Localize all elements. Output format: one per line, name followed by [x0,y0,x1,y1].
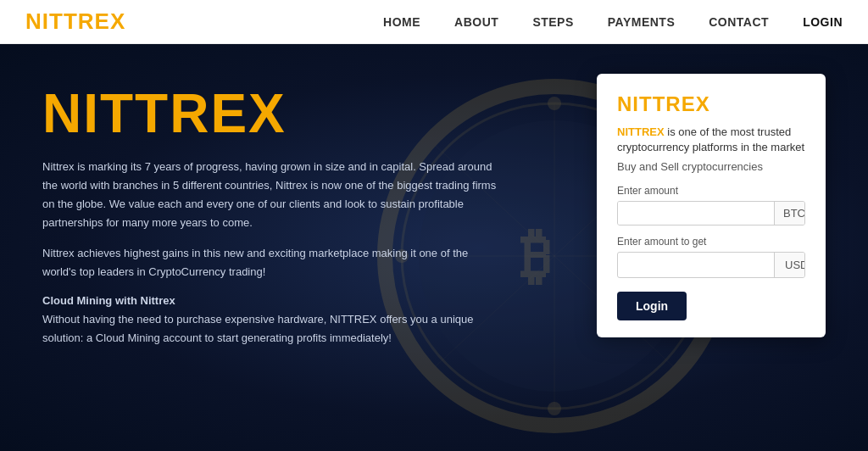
nav-links: HOME ABOUT STEPS PAYMENTS CONTACT LOGIN [383,15,843,29]
hero-paragraph-2: Nittrex achieves highest gains in this n… [42,244,500,281]
hero-paragraph-1: Nittrex is marking its 7 years of progre… [42,158,500,232]
nav-steps[interactable]: STEPS [532,15,573,29]
card-tagline: NITTREX is one of the most trusted crypt… [617,125,805,155]
navbar: NITTREX HOME ABOUT STEPS PAYMENTS CONTAC… [0,0,868,44]
nav-payments[interactable]: PAYMENTS [608,15,675,29]
trading-card: NITTREX NITTREX is one of the most trust… [597,74,826,337]
nav-login[interactable]: LOGIN [803,15,843,29]
hero-cloud-title: Cloud Mining with Nittrex [42,294,500,307]
card-amount-input[interactable] [618,202,774,225]
hero-title: NITTREX [42,86,500,141]
card-label-amount-get: Enter amount to get [617,236,805,248]
hero-section: ₿ NITTREX Nittrex is marking its 7 years… [0,44,868,451]
card-login-button[interactable]: Login [617,292,687,320]
hero-cloud-body: Without having the need to purchase expe… [42,310,500,348]
card-tagline-brand: NITTREX [617,125,665,138]
card-btc-label: BTC [774,202,805,225]
brand-logo[interactable]: NITTREX [25,8,125,35]
hero-content: NITTREX Nittrex is marking its 7 years o… [42,86,500,348]
nav-contact[interactable]: CONTACT [709,15,769,29]
card-amount-get-input-row: USD EUR GBP BTC ETH [617,252,805,278]
card-amount-input-row: BTC [617,201,805,226]
card-amount-get-input[interactable] [618,253,774,276]
card-logo: NITTREX [617,92,805,116]
svg-text:₿: ₿ [520,222,551,290]
nav-about[interactable]: ABOUT [454,15,498,29]
card-subtitle: Buy and Sell cryptocurrencies [617,160,805,173]
nav-home[interactable]: HOME [383,15,420,29]
svg-point-9 [548,402,561,415]
svg-point-8 [548,97,561,110]
card-currency-select[interactable]: USD EUR GBP BTC ETH [774,253,805,277]
card-label-amount: Enter amount [617,185,805,197]
